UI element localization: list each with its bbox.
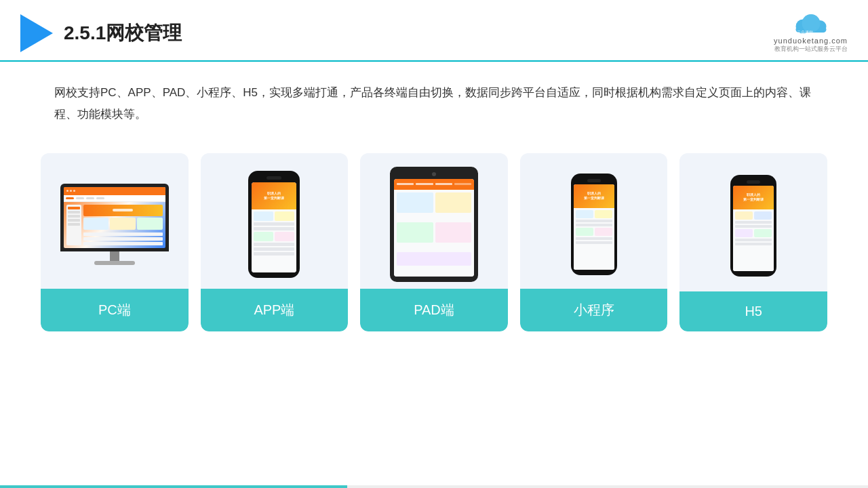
header: 2.5.1网校管理 云朵课堂 yunduoketang.com 教育机构一站式服… [0,0,868,62]
header-left: 2.5.1网校管理 [20,14,182,52]
description-text: 网校支持PC、APP、PAD、小程序、H5，实现多端打通，产品各终端自由切换，数… [0,62,868,133]
card-pad-label: PAD端 [360,289,508,331]
cloud-icon: 云朵课堂 [791,12,831,37]
bottom-progress-fill [0,485,347,488]
card-miniprogram-image: 职涯人的第一堂判断课 [520,153,668,289]
phone-mockup-app: 职涯人的第一堂判断课 [248,171,300,278]
card-h5: 职涯人的第一堂判断课 H5 [679,153,827,331]
phone-screen: 职涯人的第一堂判断课 [252,182,296,272]
card-pc-label: PC端 [41,289,189,331]
brand-logo-icon: 云朵课堂 [791,12,831,37]
monitor-frame [60,184,169,251]
card-miniprogram-label: 小程序 [520,289,668,331]
card-h5-label: H5 [679,291,827,331]
monitor-screen [64,187,165,248]
phone-mockup-h5: 职涯人的第一堂判断课 [730,175,776,277]
phone-h5-screen: 职涯人的第一堂判断课 [733,186,774,271]
card-pc: PC端 [41,153,189,331]
phone-notch [267,176,281,180]
tablet-mockup [390,167,478,282]
brand-tagline: 教育机构一站式服务云平台 [774,45,848,54]
tablet-screen [394,179,474,277]
monitor-mockup [60,184,169,265]
phone-mini-notch [587,179,601,182]
svg-text:云朵课堂: 云朵课堂 [797,30,813,35]
card-pad: PAD端 [360,153,508,331]
card-app-label: APP端 [201,289,349,331]
card-h5-image: 职涯人的第一堂判断课 [679,153,827,291]
logo-triangle-icon [20,14,53,52]
card-app-image: 职涯人的第一堂判断课 [201,153,349,289]
brand-url: yunduoketang.com [774,37,848,45]
card-app: 职涯人的第一堂判断课 [201,153,349,331]
phone-mockup-mini: 职涯人的第一堂判断课 [571,174,617,275]
brand-logo: 云朵课堂 yunduoketang.com 教育机构一站式服务云平台 [774,12,848,54]
card-miniprogram: 职涯人的第一堂判断课 小程序 [520,153,668,331]
card-pad-image [360,153,508,289]
device-cards-container: PC端 职涯人的第一堂判断课 [0,133,868,345]
phone-mini-screen: 职涯人的第一堂判断课 [574,184,614,270]
phone-mini-notch-h5 [747,180,760,184]
bottom-progress-bar [0,485,868,488]
page-title: 2.5.1网校管理 [64,20,182,46]
card-pc-image [41,153,189,289]
tablet-camera [432,172,436,176]
